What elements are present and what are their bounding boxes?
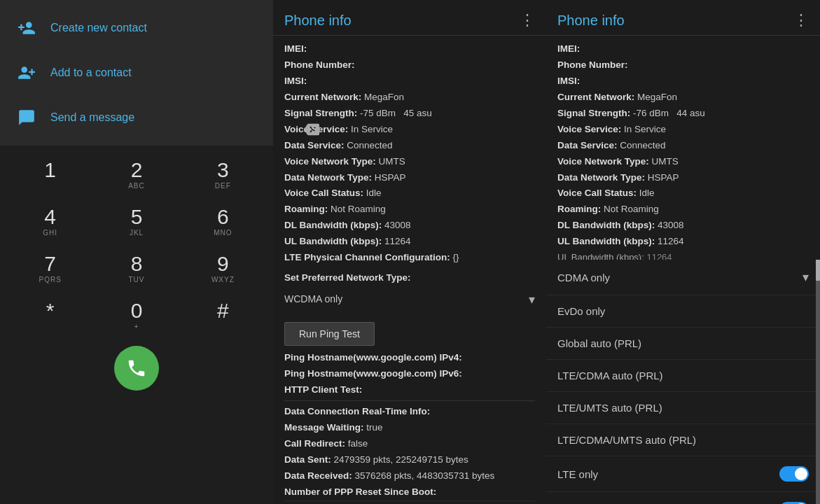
info-message-waiting: Message Waiting: true: [284, 420, 535, 436]
key-1-letters: [49, 182, 52, 190]
key-8-digit: 8: [131, 253, 143, 274]
key-9-letters: WXYZ: [211, 276, 235, 284]
key-4[interactable]: 4 GHI: [7, 198, 93, 245]
info-call-redirect: Call Redirect: false: [284, 436, 535, 452]
info-data-network-type: Data Network Type: HSPAP: [284, 170, 535, 186]
key-7-letters: PQRS: [39, 276, 61, 284]
dropdown-arrow-icon: ▾: [529, 289, 535, 311]
person-add-alt-icon: [14, 60, 39, 85]
network-options-list: CDMA only ▾ EvDo only Global auto (PRL) …: [546, 260, 820, 504]
contact-menu: Create new contact Add to a contact Send…: [0, 0, 273, 146]
key-4-letters: GHI: [43, 229, 57, 237]
key-3[interactable]: 3 DEF: [180, 151, 266, 198]
backspace-button[interactable]: [298, 119, 325, 144]
send-message-item[interactable]: Send a message: [0, 95, 273, 140]
right-header: Phone info ⋮: [546, 0, 820, 36]
key-2[interactable]: 2 ABC: [93, 151, 179, 198]
key-5-letters: JKL: [130, 229, 144, 237]
network-option-lte-umts-auto[interactable]: LTE/UMTS auto (PRL): [546, 392, 820, 424]
key-hash[interactable]: #: [180, 292, 266, 339]
mid-content: IMEI: Phone Number: IMSI: Current Networ…: [273, 36, 546, 504]
network-option-lte-only[interactable]: LTE only: [546, 456, 820, 492]
mid-header: Phone info ⋮: [273, 0, 546, 36]
right-dropdown-area: CDMA only ▾ EvDo only Global auto (PRL) …: [546, 260, 820, 504]
key-8-letters: TUV: [128, 276, 144, 284]
info-ping-ipv4: Ping Hostname(www.google.com) IPv4:: [284, 350, 535, 366]
network-type-dropdown[interactable]: WCDMA only ▾: [284, 286, 535, 314]
key-6[interactable]: 6 MNO: [180, 198, 266, 245]
dialer-panel: Create new contact Add to a contact Send…: [0, 0, 273, 504]
mid-title: Phone info: [284, 13, 352, 29]
dialer: ☰ 1 2 ABC 3 DEF 4: [0, 112, 273, 405]
info-voice-network-type: Voice Network Type: UMTS: [284, 154, 535, 170]
network-option-lte-cdma-umts-auto[interactable]: LTE/CDMA/UMTS auto (PRL): [546, 424, 820, 456]
key-3-letters: DEF: [215, 182, 231, 190]
info-imsi: IMSI:: [284, 74, 535, 90]
call-button[interactable]: [114, 346, 159, 391]
key-hash-letters: [221, 323, 224, 330]
send-message-label: Send a message: [50, 111, 134, 124]
info-phone-number: Phone Number:: [284, 57, 535, 74]
create-contact-label: Create new contact: [50, 22, 147, 34]
key-5[interactable]: 5 JKL: [93, 198, 179, 245]
info-data-connection: Data Connection Real-Time Info:: [284, 404, 535, 420]
right-more-icon[interactable]: ⋮: [793, 11, 809, 29]
info-data-sent: Data Sent: 2479359 pkts, 225249715 bytes: [284, 452, 535, 468]
key-4-digit: 4: [44, 206, 56, 227]
network-type-value: WCDMA only: [284, 291, 529, 308]
key-1[interactable]: 1: [7, 151, 93, 198]
person-add-icon: [14, 15, 39, 41]
add-to-contact-label: Add to a contact: [50, 66, 132, 79]
network-option-lte-cdma-auto[interactable]: LTE/CDMA auto (PRL): [546, 360, 820, 392]
key-9-digit: 9: [217, 253, 229, 274]
call-btn-row: [0, 339, 273, 405]
cdma-dropdown-arrow: ▾: [802, 270, 809, 285]
key-star[interactable]: *: [7, 292, 93, 339]
right-top-content: IMEI: Phone Number: IMSI: Current Networ…: [546, 36, 820, 260]
key-2-letters: ABC: [128, 182, 145, 190]
lte-only-toggle[interactable]: [779, 466, 809, 482]
key-0-letters: +: [134, 323, 139, 330]
network-type-label: Set Preferred Network Type:: [284, 270, 535, 286]
network-option-evdo-only[interactable]: EvDo only: [546, 295, 820, 328]
key-0[interactable]: 0 +: [93, 292, 179, 339]
key-6-letters: MNO: [214, 229, 232, 237]
info-ul-bandwidth: UL Bandwidth (kbps): 11264: [284, 234, 535, 250]
key-hash-digit: #: [217, 300, 229, 321]
keypad: 1 2 ABC 3 DEF 4 GHI 5 JKL 6 MNO: [0, 151, 273, 339]
info-ping-ipv6: Ping Hostname(www.google.com) IPv6:: [284, 366, 535, 382]
info-dl-bandwidth: DL Bandwidth (kbps): 43008: [284, 218, 535, 234]
info-http-client: HTTP Client Test:: [284, 382, 535, 398]
mid-more-icon[interactable]: ⋮: [520, 11, 535, 29]
toggle-mobile-radio: Mobile Radio Power: [284, 500, 535, 504]
info-imei: IMEI:: [284, 41, 535, 57]
key-1-digit: 1: [44, 160, 56, 181]
network-option-cdma-only[interactable]: CDMA only ▾: [546, 260, 820, 295]
message-icon: [14, 105, 39, 130]
key-star-letters: [49, 323, 52, 330]
add-to-contact-item[interactable]: Add to a contact: [0, 50, 273, 95]
key-3-digit: 3: [217, 160, 229, 181]
key-0-digit: 0: [131, 300, 143, 321]
info-current-network: Current Network: MegaFon: [284, 90, 535, 106]
key-star-digit: *: [46, 300, 55, 321]
right-phone-info-panel: Phone info ⋮ IMEI: Phone Number: IMSI: C…: [546, 0, 820, 504]
info-roaming: Roaming: Not Roaming: [284, 202, 535, 218]
key-7[interactable]: 7 PQRS: [7, 245, 93, 292]
network-option-lte-wcdma[interactable]: LTE/WCDMA: [546, 492, 820, 504]
key-8[interactable]: 8 TUV: [93, 245, 179, 292]
create-contact-item[interactable]: Create new contact: [0, 6, 273, 50]
info-ppp-reset: Number of PPP Reset Since Boot:: [284, 484, 535, 500]
run-ping-button[interactable]: Run Ping Test: [284, 322, 375, 346]
info-voice-call-status: Voice Call Status: Idle: [284, 186, 535, 202]
info-data-received: Data Received: 3576268 pkts, 4483035731 …: [284, 468, 535, 484]
key-9[interactable]: 9 WXYZ: [180, 245, 266, 292]
right-title: Phone info: [557, 13, 625, 29]
info-lte-physical: LTE Physical Channel Configuration: {}: [284, 250, 535, 266]
key-7-digit: 7: [44, 253, 56, 274]
key-5-digit: 5: [131, 206, 143, 227]
mid-phone-info-panel: Phone info ⋮ IMEI: Phone Number: IMSI: C…: [273, 0, 546, 504]
key-2-digit: 2: [131, 160, 143, 181]
key-6-digit: 6: [217, 206, 229, 227]
network-option-global-auto[interactable]: Global auto (PRL): [546, 328, 820, 360]
